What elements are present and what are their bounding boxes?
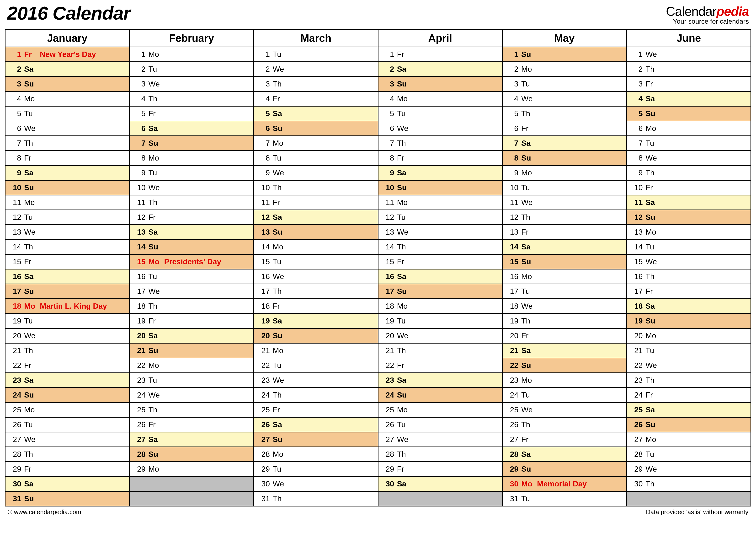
day-cell: 10Th	[254, 180, 378, 195]
day-cell: 6Sa	[129, 121, 254, 136]
day-cell: 3Su	[5, 77, 130, 91]
day-cell: 14Th	[5, 239, 130, 254]
day-cell: 11We	[502, 195, 627, 210]
day-cell: 7Su	[129, 136, 254, 151]
day-cell: 19Sa	[254, 314, 378, 329]
day-cell: 21Th	[378, 343, 502, 358]
day-cell: 16Sa	[378, 269, 502, 284]
day-cell: 11Fr	[254, 195, 378, 210]
day-cell: 9Th	[627, 165, 751, 180]
day-cell: 24We	[129, 388, 254, 403]
day-cell: 1Mo	[129, 47, 254, 62]
holiday-label: Memorial Day	[534, 480, 587, 488]
day-cell: 13Fr	[502, 225, 627, 239]
day-cell: 2Sa	[5, 62, 130, 77]
day-cell: 17Tu	[502, 284, 627, 299]
day-cell: 12Sa	[254, 210, 378, 225]
day-cell: 18Mo	[378, 299, 502, 314]
day-cell: 23Th	[627, 373, 751, 388]
day-cell: 28Th	[5, 447, 130, 462]
day-cell: 29Fr	[378, 462, 502, 477]
month-header: March	[254, 30, 378, 47]
day-cell: 6We	[5, 121, 130, 136]
day-cell: 10Tu	[502, 180, 627, 195]
day-cell: 8We	[627, 151, 751, 165]
day-cell: 20Sa	[129, 329, 254, 343]
day-cell: 2Th	[627, 62, 751, 77]
day-cell: 26Tu	[5, 417, 130, 432]
calendar-table: JanuaryFebruaryMarchAprilMayJune 1FrNew …	[5, 29, 751, 507]
day-cell: 14Su	[129, 239, 254, 254]
day-cell: 6Mo	[627, 121, 751, 136]
day-cell: 22Tu	[254, 358, 378, 373]
day-cell: 16Sa	[5, 269, 130, 284]
day-cell: 28Mo	[254, 447, 378, 462]
day-cell: 22Su	[502, 358, 627, 373]
day-cell: 4Th	[129, 91, 254, 106]
day-cell: 28Sa	[502, 447, 627, 462]
day-cell: 19Th	[502, 314, 627, 329]
day-cell: 10Fr	[627, 180, 751, 195]
day-cell: 29Tu	[254, 462, 378, 477]
day-cell: 30We	[254, 477, 378, 491]
day-cell: 3We	[129, 77, 254, 91]
day-cell: 22We	[627, 358, 751, 373]
day-cell: 25We	[502, 403, 627, 417]
day-cell: 13Sa	[129, 225, 254, 239]
logo-text-2: pedia	[716, 4, 749, 18]
day-cell: 3Su	[378, 77, 502, 91]
day-cell: 16Mo	[502, 269, 627, 284]
day-cell: 25Th	[129, 403, 254, 417]
day-cell: 24Fr	[627, 388, 751, 403]
day-cell: 13Mo	[627, 225, 751, 239]
day-cell: 1Su	[502, 47, 627, 62]
day-cell: 2Mo	[502, 62, 627, 77]
day-cell: 5Th	[502, 106, 627, 121]
day-cell: 15Tu	[254, 254, 378, 269]
day-cell: 13We	[5, 225, 130, 239]
day-cell: 26Sa	[254, 417, 378, 432]
day-cell: 2We	[254, 62, 378, 77]
day-cell: 8Fr	[378, 151, 502, 165]
day-cell: 2Sa	[378, 62, 502, 77]
day-cell	[129, 491, 254, 506]
day-cell: 17We	[129, 284, 254, 299]
day-cell: 10Su	[5, 180, 130, 195]
holiday-label: New Year's Day	[37, 50, 96, 59]
day-cell: 9Sa	[5, 165, 130, 180]
day-cell: 14Tu	[627, 239, 751, 254]
day-cell: 8Mo	[129, 151, 254, 165]
day-cell: 14Th	[378, 239, 502, 254]
day-cell: 12Tu	[5, 210, 130, 225]
day-cell: 24Th	[254, 388, 378, 403]
day-cell: 4Fr	[254, 91, 378, 106]
day-cell: 6Fr	[502, 121, 627, 136]
footer-copyright: © www.calendarpedia.com	[8, 508, 81, 516]
day-cell: 23Mo	[502, 373, 627, 388]
day-cell: 1Fr	[378, 47, 502, 62]
day-cell: 13Su	[254, 225, 378, 239]
day-cell: 11Sa	[627, 195, 751, 210]
day-cell: 7Th	[5, 136, 130, 151]
day-cell: 20Fr	[502, 329, 627, 343]
day-cell: 27Sa	[129, 432, 254, 447]
day-cell: 17Su	[378, 284, 502, 299]
day-cell: 5Su	[627, 106, 751, 121]
day-cell: 13We	[378, 225, 502, 239]
day-cell: 9We	[254, 165, 378, 180]
day-cell: 15Su	[502, 254, 627, 269]
day-cell: 12Th	[502, 210, 627, 225]
logo-tagline: Your source for calendars	[666, 18, 749, 25]
day-cell: 15We	[627, 254, 751, 269]
day-cell: 22Mo	[129, 358, 254, 373]
day-cell: 9Tu	[129, 165, 254, 180]
day-cell: 6Su	[254, 121, 378, 136]
day-cell: 15Fr	[5, 254, 130, 269]
day-cell: 8Fr	[5, 151, 130, 165]
day-cell: 23Tu	[129, 373, 254, 388]
day-cell: 9Mo	[502, 165, 627, 180]
day-cell: 6We	[378, 121, 502, 136]
day-cell: 29Su	[502, 462, 627, 477]
day-cell: 4Mo	[378, 91, 502, 106]
day-cell: 29Fr	[5, 462, 130, 477]
